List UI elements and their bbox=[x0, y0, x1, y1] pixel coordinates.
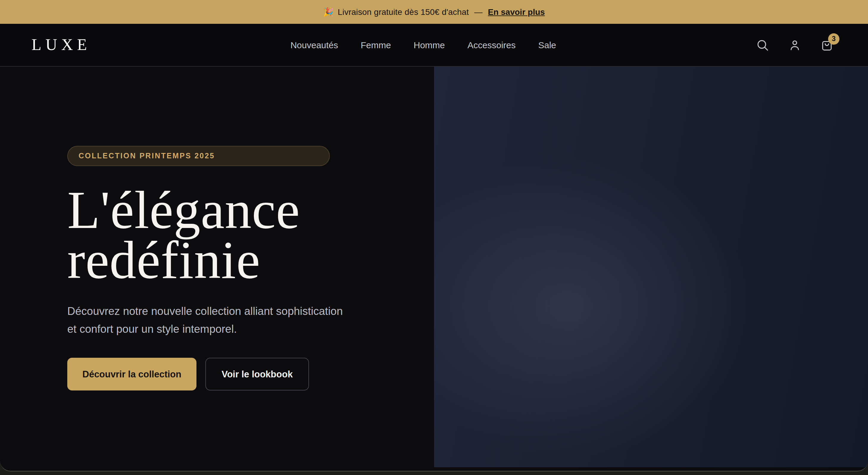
nav-item-femme[interactable]: Femme bbox=[361, 40, 391, 50]
nav-item-sale[interactable]: Sale bbox=[538, 40, 556, 50]
hero-content: COLLECTION PRINTEMPS 2025 L'éléganceredé… bbox=[67, 146, 412, 391]
brand-logo[interactable]: LUXE bbox=[32, 36, 91, 54]
user-icon[interactable] bbox=[787, 38, 802, 52]
hero-image-panel bbox=[434, 67, 868, 467]
shopping-bag-icon[interactable]: 3 bbox=[820, 38, 834, 52]
announcement-link[interactable]: En savoir plus bbox=[488, 7, 545, 17]
hero-section: COLLECTION PRINTEMPS 2025 L'éléganceredé… bbox=[0, 67, 868, 471]
search-icon[interactable] bbox=[755, 38, 770, 52]
discover-collection-button[interactable]: Découvrir la collection bbox=[67, 358, 196, 391]
announcement-separator: — bbox=[473, 7, 484, 17]
main-nav: Nouveautés Femme Homme Accessoires Sale bbox=[290, 40, 556, 50]
view-lookbook-button[interactable]: Voir le lookbook bbox=[206, 358, 309, 391]
nav-item-nouveautes[interactable]: Nouveautés bbox=[290, 40, 338, 50]
party-emoji: 🎉 bbox=[323, 7, 334, 17]
collection-badge-label: COLLECTION PRINTEMPS 2025 bbox=[79, 152, 215, 160]
nav-item-homme[interactable]: Homme bbox=[413, 40, 445, 50]
header-icons: 3 bbox=[755, 38, 834, 52]
cta-row: Découvrir la collection Voir le lookbook bbox=[67, 358, 412, 391]
site-header: LUXE Nouveautés Femme Homme Accessoires … bbox=[0, 24, 868, 67]
hero-title: L'éléganceredéfinie bbox=[67, 185, 412, 285]
announcement-bar: 🎉 Livraison gratuite dès 150€ d'achat — … bbox=[0, 0, 868, 24]
hero-description: Découvrez notre nouvelle collection alli… bbox=[67, 303, 348, 338]
nav-item-accessoires[interactable]: Accessoires bbox=[468, 40, 516, 50]
cart-count-badge: 3 bbox=[828, 33, 839, 44]
collection-badge: COLLECTION PRINTEMPS 2025 bbox=[67, 146, 330, 166]
hero-title-line2: redéfinie bbox=[67, 230, 260, 289]
announcement-message: Livraison gratuite dès 150€ d'achat bbox=[338, 7, 469, 17]
